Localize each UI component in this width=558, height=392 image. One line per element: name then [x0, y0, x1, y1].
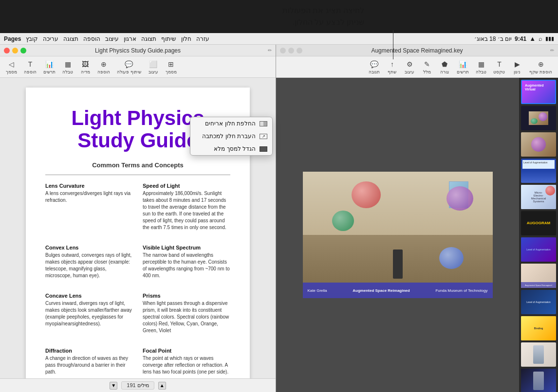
tooltip-line2: שניתן לבצע על החלון.: [282, 17, 364, 28]
balloon-green: [332, 211, 354, 231]
balloon-purple: [446, 186, 473, 211]
toolbar-item-chart[interactable]: 📊 תרשים: [43, 60, 56, 74]
slide-thumbnail-panel[interactable]: AugmentedVirtual: [519, 78, 558, 392]
toolbar-item-zoom[interactable]: ⬜ עיצוב: [148, 60, 159, 74]
menubar: עזרה חלון שיתוף תצוגה ארגון עיצוב הוספה …: [0, 33, 558, 45]
menu-help[interactable]: עזרה: [196, 36, 209, 42]
media-icon: 🖼: [80, 60, 91, 69]
label-text: טקסט: [493, 70, 505, 74]
fullscreen-icon: [260, 146, 267, 152]
keynote-tool-share[interactable]: ↑ שתף: [387, 60, 397, 74]
keynote-title-bar: Augmented Space Reimagined.key ✏: [276, 45, 558, 56]
app-name: Pages: [4, 36, 21, 42]
slide-thumb-10[interactable]: Binding: [521, 316, 556, 340]
pages-edit-icon: ✏: [268, 48, 272, 53]
slide-thumb-7[interactable]: Level of Augmentation: [521, 237, 556, 262]
menu-view[interactable]: עריכה: [43, 36, 58, 42]
slide-thumb-5[interactable]: Micro-Electro-MechanicalSystems: [521, 185, 556, 209]
toolbar-item-view[interactable]: ⊞ מסמך: [166, 60, 177, 74]
slide-thumb-8[interactable]: Augmented Space Reimagined: [521, 264, 556, 288]
word-count-down[interactable]: ▼: [110, 382, 117, 390]
context-menu: החלפת חלון אריחים ↗ העברת חלון למכתבה הג…: [190, 117, 273, 156]
keynote-minimize[interactable]: [288, 48, 294, 53]
right-pane-keynote: Augmented Space Reimagined.key ✏ ⊕ הוספת…: [276, 45, 558, 392]
doc-divider: [45, 175, 230, 175]
toolbar-label-media: מדיה: [81, 70, 90, 74]
menu-insert[interactable]: תצוגה: [63, 36, 78, 42]
slide-thumb-12[interactable]: [521, 369, 556, 392]
toolbar-item-text[interactable]: T הוספה: [24, 60, 37, 74]
slide-thumb-9[interactable]: Level of Augmentation: [521, 290, 556, 314]
slide-caption-left: Kate Grella: [308, 288, 327, 293]
context-menu-tile[interactable]: החלפת חלון אריחים: [190, 117, 272, 130]
slide-person: [393, 249, 403, 279]
context-menu-fullscreen[interactable]: הגדל למסך מלא: [190, 143, 272, 155]
menu-view2[interactable]: תצוגה: [141, 36, 156, 42]
word-count-up[interactable]: ▲: [158, 382, 166, 390]
current-slide-display: Kate Grella Augmented Space Reimagined F…: [303, 172, 493, 298]
keynote-tool-text[interactable]: T טקסט: [493, 60, 505, 74]
term-concave-lens: Concave Lens Curves inward, diverges ray…: [45, 293, 133, 334]
keynote-tool-table[interactable]: ▦ טבלה: [476, 60, 486, 74]
close-button[interactable]: [4, 48, 10, 53]
keynote-tool-play[interactable]: ▶ ניגון: [512, 60, 522, 74]
label-play: ניגון: [514, 70, 521, 74]
term-speed-of-light: Speed of Light Approximately 186,000mi/s…: [143, 183, 230, 231]
menu-arrange[interactable]: ארגון: [124, 36, 136, 42]
menu-window[interactable]: חלון: [181, 36, 191, 42]
label-design: עיצוב: [405, 70, 414, 74]
keynote-tool-design[interactable]: ⚙ עיצוב: [404, 60, 415, 74]
term-diffraction: Diffraction A change in direction of wav…: [45, 348, 133, 375]
menu-share[interactable]: שיתוף: [161, 36, 176, 42]
keynote-toolbar: ⊕ הוספת שקף ▶ ניגון T טקסט ▦ טבלה 📊 ת: [276, 56, 558, 78]
text-icon: T: [25, 60, 36, 69]
add-slide-icon: ⊕: [536, 60, 546, 69]
slide-thumb-3[interactable]: [521, 132, 556, 157]
menubar-time: 9:41: [515, 36, 526, 42]
term-visible-light: Visible Light Spectrum The narrow band o…: [143, 245, 230, 279]
keynote-fullscreen[interactable]: [297, 48, 302, 53]
slide-thumb-4[interactable]: Level of Augmentation: [521, 159, 556, 183]
insert-icon: ⊕: [98, 60, 109, 69]
slide-caption-center: Augmented Space Reimagined: [353, 288, 409, 293]
label-add-slide: הוספת שקף: [529, 70, 552, 74]
slide-thumb-2[interactable]: [521, 106, 556, 130]
keynote-tool-comment[interactable]: 💬 תגובה: [369, 60, 380, 74]
menubar-date: יום ב׳ 18 באוג׳: [474, 36, 512, 42]
keynote-table-icon: ▦: [476, 60, 486, 69]
toolbar-item-back[interactable]: ◁ מסמך: [6, 60, 17, 74]
slide-caption-bar: Kate Grella Augmented Space Reimagined F…: [303, 283, 493, 298]
minimize-button[interactable]: [12, 48, 18, 53]
play-icon: ▶: [512, 60, 522, 69]
menubar-status: יום ב׳ 18 באוג׳ 9:41 ▲ ⌕ ▮▮▮: [474, 35, 554, 42]
keynote-tool-chart[interactable]: 📊 תרשים: [457, 60, 469, 74]
menu-format[interactable]: עיצוב: [105, 36, 119, 42]
tooltip-line1: לחיצה תציג את הפעולות: [282, 5, 364, 17]
menu-design[interactable]: הוספה: [83, 36, 100, 42]
toolbar-item-table[interactable]: ▦ טבלה: [62, 60, 73, 74]
slide-1-text: AugmentedVirtual: [525, 84, 544, 92]
keynote-tool-text2[interactable]: ✎ מלל: [422, 60, 432, 74]
keynote-tool-shape[interactable]: ⬟ צורה: [439, 60, 450, 74]
toolbar-item-comment[interactable]: 💬 שיתוף פעולה: [117, 60, 141, 74]
keynote-window-controls: [280, 48, 302, 53]
slide-thumb-6[interactable]: AUGOGRAM: [521, 211, 556, 235]
pages-toolbar: ⊞ מסמך ⬜ עיצוב 💬 שיתוף פעולה ⊕ הוספה 🖼: [0, 56, 276, 78]
toolbar-item-media[interactable]: 🖼 מדיה: [80, 60, 91, 74]
context-menu-move[interactable]: ↗ העברת חלון למכתבה: [190, 130, 272, 143]
slide-thumb-11[interactable]: [521, 342, 556, 367]
keynote-close[interactable]: [280, 48, 286, 53]
keynote-toolbar-icons: ⊕ הוספת שקף ▶ ניגון T טקסט ▦ טבלה 📊 ת: [367, 60, 554, 74]
label-comment: תגובה: [369, 70, 380, 74]
slide-9-text: Level of Augmentation: [521, 290, 556, 314]
keynote-tool-add-slide[interactable]: ⊕ הוספת שקף: [529, 60, 552, 74]
toolbar-label-back: מסמך: [6, 70, 17, 74]
menu-file[interactable]: קובץ: [26, 36, 38, 42]
keynote-slide-main[interactable]: Kate Grella Augmented Space Reimagined F…: [276, 78, 519, 392]
toolbar-item-insert[interactable]: ⊕ הוספה: [97, 60, 110, 74]
traffic-lights: [4, 48, 26, 53]
move-icon: ↗: [260, 134, 267, 139]
slide-thumb-1[interactable]: AugmentedVirtual: [521, 80, 556, 104]
fullscreen-button[interactable]: [20, 48, 26, 53]
search-icon[interactable]: ⌕: [539, 35, 542, 42]
